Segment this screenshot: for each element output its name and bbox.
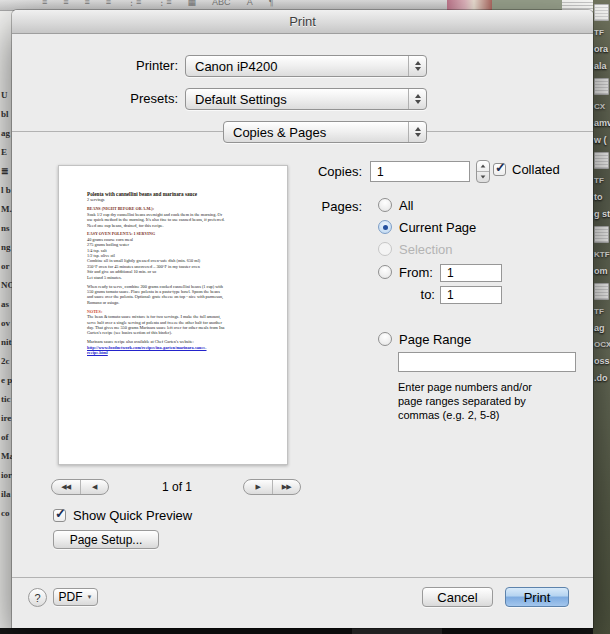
popup-stepper-icon <box>408 122 426 142</box>
pages-all-label: All <box>399 198 413 213</box>
stepper-up-icon[interactable] <box>477 161 489 171</box>
background-window-edge <box>352 628 442 634</box>
page-range-input[interactable] <box>398 352 576 372</box>
pages-current-page-label: Current Page <box>399 220 476 235</box>
show-quick-preview-label: Show Quick Preview <box>73 508 192 523</box>
chevron-down-icon: ▼ <box>87 594 93 600</box>
next-page-button[interactable]: ▶ <box>244 480 272 494</box>
dialog-titlebar[interactable]: Print <box>12 10 593 34</box>
help-button-label: ? <box>34 592 40 604</box>
cancel-button-label: Cancel <box>437 590 477 605</box>
pages-all-radio[interactable] <box>378 198 392 212</box>
checkmark-icon: ✓ <box>495 160 506 175</box>
pdf-menu-button[interactable]: PDF ▼ <box>53 588 98 606</box>
page-range-help-text: Enter page numbers and/orpage ranges sep… <box>398 380 593 422</box>
print-preview-page: Polenta with cannellini beans and marina… <box>58 165 288 465</box>
desktop-file-icons: TForaalaCXamvw (TFtog stKTFomTFagOCXoss.… <box>594 4 610 383</box>
pages-label: Pages: <box>262 196 362 218</box>
page-indicator: 1 of 1 <box>127 480 227 494</box>
pages-from-input[interactable] <box>440 264 502 282</box>
background-bottom-strip <box>0 628 593 634</box>
help-button[interactable]: ? <box>28 588 47 607</box>
previous-page-button[interactable]: ◀ <box>80 480 109 494</box>
show-quick-preview-checkbox[interactable]: ✓ <box>53 509 66 522</box>
settings-pane-popup[interactable]: Copies & Pages <box>223 121 427 143</box>
cancel-button[interactable]: Cancel <box>422 587 493 607</box>
copies-input[interactable] <box>370 161 470 182</box>
printer-popup[interactable]: Canon iP4200 <box>185 55 427 77</box>
settings-pane-popup-value: Copies & Pages <box>224 125 408 140</box>
preview-nav-forward: ▶ ▶▶ <box>243 479 301 495</box>
print-dialog: Print Printer: Canon iP4200 Presets: Def… <box>12 10 593 628</box>
collated-checkbox[interactable]: ✓ <box>493 163 506 176</box>
pages-selection-label: Selection <box>399 242 452 257</box>
copies-label: Copies: <box>262 161 362 183</box>
printer-popup-value: Canon iP4200 <box>186 59 408 74</box>
first-page-button[interactable]: ◀◀ <box>52 480 80 494</box>
copies-stepper[interactable] <box>476 160 490 183</box>
popup-stepper-icon <box>408 56 426 76</box>
screen: UblagE≣l bM.nsngorNOasovnit2ce pticireof… <box>0 0 610 634</box>
pdf-menu-label: PDF <box>59 590 83 604</box>
print-button-label: Print <box>524 590 551 605</box>
presets-popup[interactable]: Default Settings <box>185 88 427 110</box>
dialog-title: Print <box>289 14 316 29</box>
pages-from-label: From: <box>399 265 433 280</box>
presets-label: Presets: <box>78 88 178 110</box>
pages-current-page-radio[interactable] <box>378 220 392 234</box>
page-range-label: Page Range <box>399 332 471 347</box>
pages-to-label: to: <box>399 287 435 302</box>
stepper-down-icon[interactable] <box>477 171 489 182</box>
pages-from-radio[interactable] <box>378 265 392 279</box>
printer-label: Printer: <box>78 55 178 77</box>
desktop-strip: TForaalaCXamvw (TFtog stKTFomTFagOCXoss.… <box>593 0 610 634</box>
pages-selection-radio <box>378 242 392 256</box>
last-page-button[interactable]: ▶▶ <box>272 480 301 494</box>
collated-label: Collated <box>512 162 560 177</box>
toolbar-format-icons: ≡≡≡≡⋮≡⋮≡▦ABCA¶ <box>42 0 273 7</box>
preview-nav-back: ◀◀ ◀ <box>51 479 109 495</box>
print-button[interactable]: Print <box>505 587 569 607</box>
pages-to-input[interactable] <box>440 286 502 304</box>
checkmark-icon: ✓ <box>55 506 66 521</box>
page-setup-button-label: Page Setup... <box>70 533 143 547</box>
popup-stepper-icon <box>408 89 426 109</box>
page-range-radio[interactable] <box>378 332 392 346</box>
page-setup-button[interactable]: Page Setup... <box>53 530 159 549</box>
presets-popup-value: Default Settings <box>186 92 408 107</box>
footer-divider <box>12 577 593 578</box>
